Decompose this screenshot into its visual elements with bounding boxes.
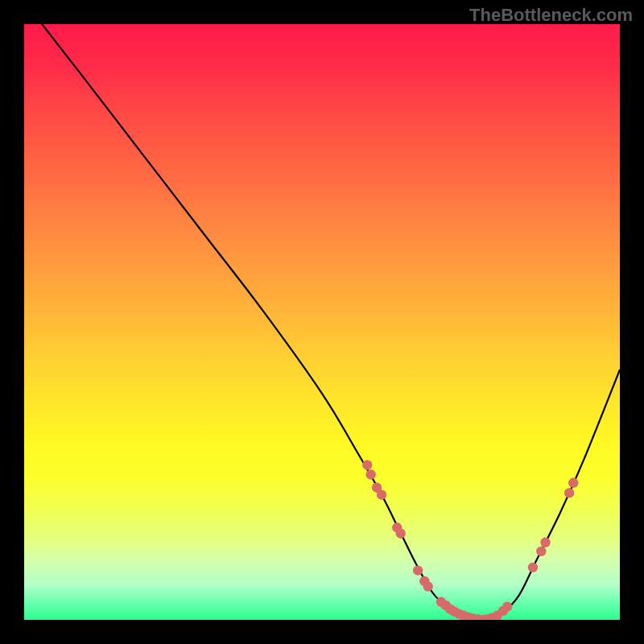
marker-group bbox=[362, 460, 578, 620]
data-marker bbox=[536, 547, 546, 556]
data-marker bbox=[362, 460, 372, 469]
data-marker bbox=[568, 478, 578, 488]
curve-line bbox=[42, 24, 620, 620]
data-marker bbox=[540, 538, 550, 547]
data-marker bbox=[395, 529, 405, 539]
chart-svg bbox=[24, 24, 620, 620]
data-marker bbox=[377, 489, 386, 499]
data-marker bbox=[365, 469, 375, 479]
watermark-text: TheBottleneck.com bbox=[469, 5, 633, 26]
data-marker bbox=[423, 581, 433, 591]
data-marker bbox=[564, 488, 574, 497]
data-marker bbox=[528, 563, 538, 572]
plot-area bbox=[24, 24, 620, 620]
data-marker bbox=[502, 602, 512, 612]
data-marker bbox=[413, 565, 423, 575]
